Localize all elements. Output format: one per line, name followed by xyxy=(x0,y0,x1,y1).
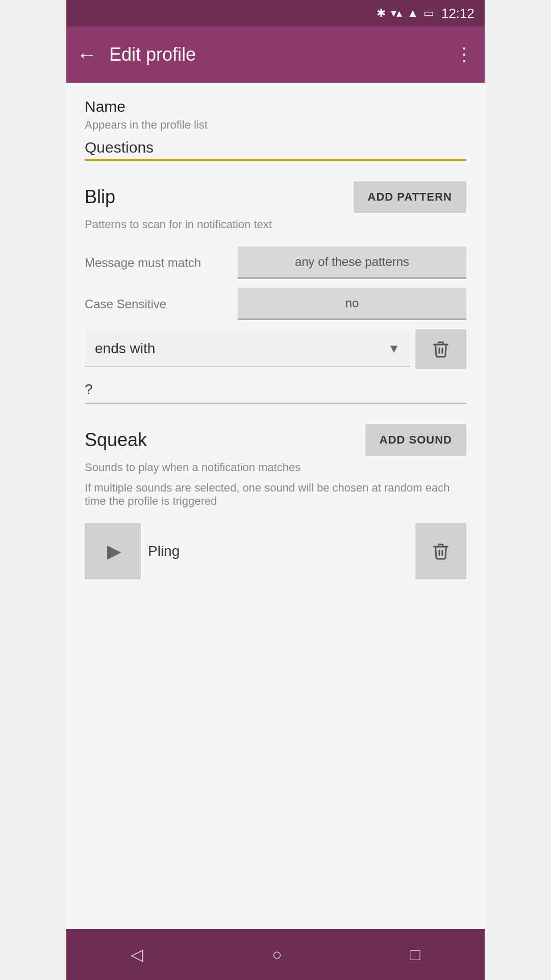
nav-recent-button[interactable]: □ xyxy=(395,940,436,969)
blip-title: Blip xyxy=(85,186,115,208)
sound-delete-button[interactable] xyxy=(415,523,466,579)
wifi-icon: ▾▴ xyxy=(391,7,402,20)
play-icon: ▶ xyxy=(107,541,121,562)
squeak-sublabel2: If multiple sounds are selected, one sou… xyxy=(85,481,466,508)
blip-section: Blip ADD PATTERN Patterns to scan for in… xyxy=(85,181,466,404)
squeak-sublabel: Sounds to play when a notification match… xyxy=(85,461,466,474)
ends-with-row: ends with ▼ xyxy=(85,329,466,369)
back-button[interactable]: ← xyxy=(77,44,97,65)
app-bar: ← Edit profile ⋮ xyxy=(66,27,485,83)
sound-trash-icon xyxy=(432,542,450,560)
status-icons: ✱ ▾▴ ▲ ▭ xyxy=(377,7,434,20)
trash-icon xyxy=(432,340,450,358)
add-sound-button[interactable]: ADD SOUND xyxy=(365,424,466,456)
match-value[interactable]: any of these patterns xyxy=(238,247,466,279)
status-time: 12:12 xyxy=(441,6,474,21)
ends-with-dropdown[interactable]: ends with ▼ xyxy=(85,331,410,367)
squeak-section: Squeak ADD SOUND Sounds to play when a n… xyxy=(85,424,466,579)
case-sensitive-label: Case Sensitive xyxy=(85,297,228,311)
case-sensitive-value[interactable]: no xyxy=(238,288,466,320)
name-sublabel: Appears in the profile list xyxy=(85,118,466,132)
match-label: Message must match xyxy=(85,256,228,270)
sound-name: Pling xyxy=(148,543,408,559)
message-match-row: Message must match any of these patterns xyxy=(85,247,466,279)
content-area: Name Appears in the profile list Questio… xyxy=(66,83,485,929)
blip-sublabel: Patterns to scan for in notification tex… xyxy=(85,218,466,231)
sound-item: ▶ Pling xyxy=(85,523,466,579)
nav-bar: ◁ ○ □ xyxy=(66,929,485,980)
bluetooth-icon: ✱ xyxy=(377,7,386,20)
ends-with-label: ends with xyxy=(95,340,155,357)
nav-home-icon: ○ xyxy=(272,945,282,964)
pattern-value[interactable]: ? xyxy=(85,376,466,404)
signal-icon: ▲ xyxy=(407,7,418,20)
pattern-input-row: ? xyxy=(85,376,466,404)
chevron-down-icon: ▼ xyxy=(388,341,400,356)
page-title: Edit profile xyxy=(109,44,455,65)
name-section: Name Appears in the profile list Questio… xyxy=(85,98,466,161)
status-bar: ✱ ▾▴ ▲ ▭ 12:12 xyxy=(66,0,485,27)
nav-back-icon: ◁ xyxy=(131,945,143,964)
case-sensitive-row: Case Sensitive no xyxy=(85,288,466,320)
overflow-menu-button[interactable]: ⋮ xyxy=(455,44,474,65)
nav-recent-icon: □ xyxy=(411,945,420,964)
nav-home-button[interactable]: ○ xyxy=(257,940,297,969)
play-button[interactable]: ▶ xyxy=(85,523,141,579)
name-label: Name xyxy=(85,98,466,115)
pattern-delete-button[interactable] xyxy=(415,329,466,369)
squeak-title: Squeak xyxy=(85,429,147,451)
battery-icon: ▭ xyxy=(423,7,434,20)
nav-back-button[interactable]: ◁ xyxy=(115,940,159,969)
blip-header: Blip ADD PATTERN xyxy=(85,181,466,213)
squeak-header: Squeak ADD SOUND xyxy=(85,424,466,456)
name-value[interactable]: Questions xyxy=(85,139,466,156)
add-pattern-button[interactable]: ADD PATTERN xyxy=(354,181,466,213)
name-input-wrapper[interactable]: Questions xyxy=(85,139,466,161)
